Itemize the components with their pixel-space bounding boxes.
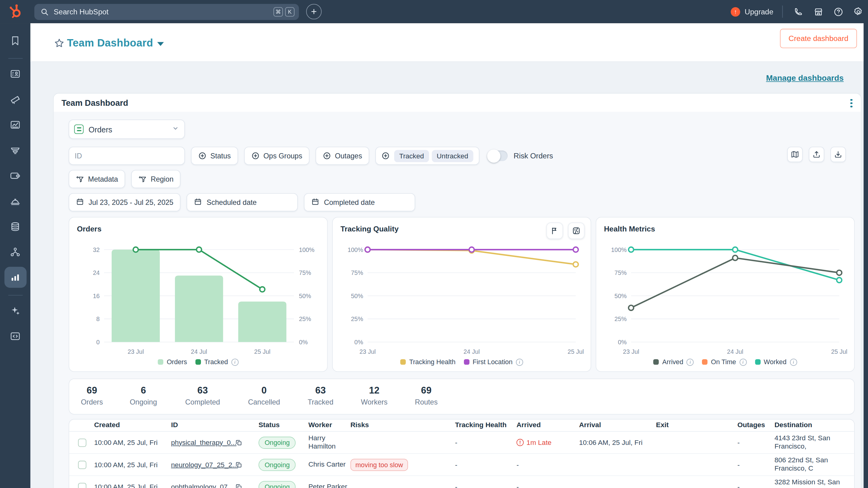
contacts-icon[interactable] [4, 63, 26, 84]
info-icon[interactable]: i [739, 358, 747, 366]
cell-status: Ongoing [258, 481, 296, 488]
region-filter-label: Region [151, 175, 174, 183]
table-row: 10:00 AM, 25 Jul, Friphysical_therapy_0.… [69, 432, 854, 454]
upload-icon[interactable] [809, 147, 824, 162]
phone-icon[interactable] [788, 2, 808, 22]
developer-icon[interactable] [4, 325, 26, 347]
marketing-icon[interactable] [4, 89, 26, 110]
copy-icon[interactable] [235, 439, 243, 446]
ops-groups-filter-label: Ops Groups [264, 152, 302, 160]
svg-text:24 Jul: 24 Jul [727, 348, 743, 355]
column-header-worker[interactable]: Worker [308, 421, 332, 429]
region-filter-button[interactable]: Region [131, 170, 181, 188]
hubspot-logo[interactable] [8, 3, 24, 20]
info-icon[interactable]: i [516, 358, 523, 366]
sidebar-divider [8, 295, 22, 296]
payments-icon[interactable] [4, 165, 26, 186]
column-header-risks[interactable]: Risks [350, 421, 369, 429]
marketplace-icon[interactable] [808, 2, 828, 22]
create-dashboard-button[interactable]: Create dashboard [780, 29, 857, 48]
window-edge [864, 0, 868, 488]
date-range-filter[interactable]: Jul 23, 2025 - Jul 25, 2025 [68, 193, 181, 212]
svg-text:50%: 50% [351, 293, 363, 299]
help-icon[interactable] [828, 2, 848, 22]
stat-value: 0 [248, 385, 280, 396]
svg-text:25%: 25% [351, 316, 363, 322]
cell-status: Ongoing [258, 459, 296, 471]
add-icon[interactable]: + [306, 4, 322, 20]
reporting-icon[interactable] [4, 267, 26, 288]
legend-swatch [464, 359, 469, 365]
copy-icon[interactable] [235, 461, 243, 468]
column-header-tracking-health[interactable]: Tracking Health [455, 421, 506, 429]
scheduled-date-filter[interactable]: Scheduled date [187, 193, 298, 212]
info-icon[interactable]: i [790, 358, 797, 366]
status-filter-button[interactable]: Status [191, 147, 238, 165]
column-header-created[interactable]: Created [94, 421, 120, 429]
svg-text:23 Jul: 23 Jul [623, 348, 639, 355]
dashboard-card: Team Dashboard Orders ID [53, 93, 862, 488]
column-header-status[interactable]: Status [258, 421, 280, 429]
ops-groups-filter-button[interactable]: Ops Groups [244, 147, 310, 165]
cmd-key: ⌘ [273, 7, 283, 17]
manage-dashboards-link[interactable]: Manage dashboards [766, 74, 844, 83]
object-selector[interactable]: Orders [68, 120, 185, 139]
svg-text:8: 8 [96, 316, 100, 322]
column-header-exit[interactable]: Exit [656, 421, 669, 429]
metadata-filter-button[interactable]: Metadata [68, 170, 125, 188]
commerce-icon[interactable] [4, 139, 26, 161]
svg-text:32: 32 [93, 247, 100, 253]
map-icon[interactable] [787, 147, 803, 162]
flag-icon[interactable] [546, 223, 563, 239]
svg-text:25%: 25% [615, 316, 627, 322]
svg-text:24: 24 [93, 269, 100, 276]
risk-orders-toggle[interactable] [488, 151, 507, 161]
topbar: Search HubSpot ⌘ K + ↑ Upgrade [0, 0, 868, 23]
info-icon[interactable]: i [687, 358, 694, 366]
stat-label: Cancelled [248, 398, 280, 406]
order-id-link[interactable]: physical_therapy_0... [171, 438, 237, 446]
ai-icon[interactable] [4, 300, 26, 321]
row-checkbox[interactable] [78, 460, 86, 469]
calendar-icon [194, 197, 202, 207]
chart-title: Health Metrics [596, 218, 854, 233]
id-filter-input[interactable]: ID [68, 147, 185, 165]
outages-filter-button[interactable]: Outages [316, 147, 369, 165]
service-icon[interactable] [4, 191, 26, 212]
upgrade-button[interactable]: ↑ Upgrade [731, 7, 774, 17]
row-checkbox[interactable] [78, 438, 86, 447]
search-input[interactable]: Search HubSpot ⌘ K [34, 4, 299, 20]
tracked-option[interactable]: Tracked [394, 150, 429, 162]
order-id-link[interactable]: neurology_07_25_2... [171, 461, 238, 468]
column-header-arrived[interactable]: Arrived [517, 421, 541, 429]
data-icon[interactable] [4, 216, 26, 237]
plus-circle-icon [381, 152, 390, 160]
legend-item: Trackedi [195, 358, 239, 366]
page-body: Manage dashboards Team Dashboard Orders [31, 62, 864, 488]
column-header-id[interactable]: ID [171, 421, 178, 429]
copy-icon[interactable] [235, 483, 243, 488]
chart-config-icon[interactable] [568, 223, 585, 239]
automations-icon[interactable] [4, 241, 26, 262]
column-header-destination[interactable]: Destination [774, 421, 812, 429]
dashboard-title-menu[interactable]: Team Dashboard [67, 37, 164, 49]
svg-text:23 Jul: 23 Jul [360, 348, 376, 355]
download-icon[interactable] [830, 147, 846, 162]
row-checkbox[interactable] [78, 483, 86, 488]
cell-tracking-health: - [455, 483, 458, 488]
completed-date-filter[interactable]: Completed date [304, 193, 415, 212]
bookmark-icon[interactable] [4, 30, 26, 51]
legend-swatch [702, 359, 708, 365]
column-header-arrival[interactable]: Arrival [579, 421, 601, 429]
kebab-menu-icon[interactable] [846, 98, 857, 108]
k-key: K [285, 7, 294, 17]
content-icon[interactable] [4, 114, 26, 135]
column-header-outages[interactable]: Outages [737, 421, 765, 429]
favorite-star-icon[interactable] [54, 38, 65, 48]
untracked-option[interactable]: Untracked [432, 150, 473, 162]
svg-text:75%: 75% [615, 269, 627, 276]
info-icon[interactable]: i [231, 358, 239, 366]
svg-text:23 Jul: 23 Jul [128, 348, 144, 355]
cell-destination: 806 22nd St, San Francisco, C [774, 456, 855, 473]
order-id-link[interactable]: ophthalmology_07_... [171, 483, 237, 488]
